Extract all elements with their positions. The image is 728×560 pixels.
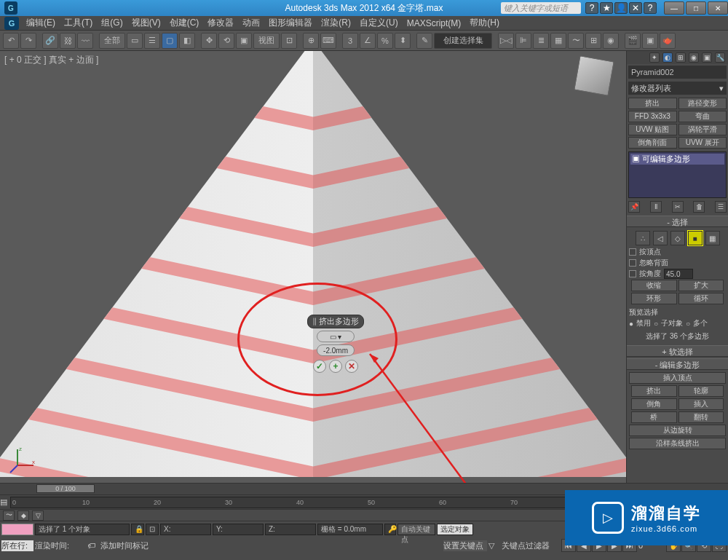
- preview-disable-radio[interactable]: 禁用: [636, 318, 651, 328]
- modifier-stack[interactable]: ▣ 可编辑多边形: [628, 151, 727, 198]
- spinner-snap-icon[interactable]: ⬍: [395, 33, 411, 49]
- preview-multi-radio[interactable]: 多个: [693, 318, 708, 328]
- poly-bevel-button[interactable]: 倒角: [631, 398, 677, 410]
- angle-value-input[interactable]: [664, 269, 693, 279]
- tab-modify-icon[interactable]: ◐: [662, 52, 673, 63]
- key-target-dropdown[interactable]: 选定对象: [437, 524, 473, 535]
- grow-button[interactable]: 扩大: [678, 280, 724, 291]
- poly-extrude-spline-button[interactable]: 沿样条线挤出: [629, 438, 726, 449]
- configure-sets-icon[interactable]: ☰: [715, 201, 727, 213]
- use-center-icon[interactable]: ⊡: [281, 33, 297, 49]
- pin-stack-icon[interactable]: 📌: [628, 201, 640, 213]
- link-icon[interactable]: 🔗: [42, 33, 58, 49]
- quick-bevelprofile-button[interactable]: 倒角剖面: [628, 137, 677, 149]
- coord-y-field[interactable]: Y:: [213, 524, 264, 535]
- poly-outline-button[interactable]: 轮廓: [678, 385, 724, 397]
- modstack-item-epoly[interactable]: ▣ 可编辑多边形: [630, 154, 724, 165]
- angle-snap-icon[interactable]: ∠: [360, 33, 376, 49]
- viewport[interactable]: [ + 0 正交 ] 真实 + 边面 ]: [0, 51, 626, 483]
- select-manipulate-icon[interactable]: ⊕: [303, 33, 319, 49]
- isolate-icon[interactable]: ⊡: [146, 524, 159, 535]
- select-rotate-icon[interactable]: ⟲: [218, 33, 234, 49]
- poly-extrude-button[interactable]: 挤出: [631, 385, 677, 397]
- render-icon[interactable]: 🫖: [660, 33, 676, 49]
- curve-mode-icon[interactable]: 〜: [3, 510, 15, 521]
- bind-spacewarp-icon[interactable]: 〰: [77, 33, 93, 49]
- unlink-icon[interactable]: ⛓: [60, 33, 76, 49]
- insert-vertex-button[interactable]: 插入顶点: [629, 372, 726, 384]
- auto-key-button[interactable]: 自动关键点: [397, 524, 435, 535]
- quick-ffd-button[interactable]: FFD 3x3x3: [628, 111, 677, 122]
- menu-maxscript[interactable]: MAXScript(M): [403, 18, 466, 28]
- lock-selection-icon[interactable]: 🔒: [131, 524, 144, 535]
- select-move-icon[interactable]: ✥: [201, 33, 217, 49]
- trackbar-toggle-icon[interactable]: ▤: [0, 497, 7, 507]
- render-setup-icon[interactable]: 🎬: [625, 33, 641, 49]
- menu-modifiers[interactable]: 修改器: [203, 17, 238, 29]
- shrink-button[interactable]: 收缩: [631, 280, 677, 291]
- tab-display-icon[interactable]: ▣: [702, 52, 712, 63]
- show-end-icon[interactable]: Ⅱ: [650, 201, 662, 213]
- subobj-element-icon[interactable]: ▦: [705, 231, 720, 245]
- menu-grapheditors[interactable]: 图形编辑器: [264, 17, 317, 29]
- quick-extrude-button[interactable]: 挤出: [628, 98, 677, 109]
- curve-editor-icon[interactable]: 〜: [568, 33, 584, 49]
- menu-rendering[interactable]: 渲染(R): [317, 17, 355, 29]
- rollout-softsel-header[interactable]: + 软选择: [627, 345, 728, 357]
- menu-edit[interactable]: 编辑(E): [22, 17, 60, 29]
- caddy-cancel-button[interactable]: ✕: [345, 360, 358, 373]
- object-name-field[interactable]: Pyramid002: [628, 66, 727, 79]
- view-cube[interactable]: [577, 58, 612, 93]
- unique-icon[interactable]: ✂: [672, 201, 684, 213]
- rollout-selection-header[interactable]: - 选择: [627, 216, 728, 227]
- by-vertex-checkbox[interactable]: [629, 248, 636, 256]
- add-time-tag-field[interactable]: 添加时间标记: [100, 540, 442, 551]
- remove-mod-icon[interactable]: 🗑: [693, 201, 705, 213]
- quick-bend-button[interactable]: 弯曲: [678, 111, 727, 122]
- align-icon[interactable]: ⊫: [515, 33, 531, 49]
- key-filters-button[interactable]: 关键点过滤器: [502, 540, 560, 551]
- layers-icon[interactable]: ≣: [533, 33, 549, 49]
- select-scale-icon[interactable]: ▣: [236, 33, 252, 49]
- mirror-icon[interactable]: ▷◁: [498, 33, 514, 49]
- subobj-border-icon[interactable]: ◇: [670, 231, 685, 245]
- key-toggle-icon[interactable]: 🔑: [384, 524, 396, 535]
- subobj-edge-icon[interactable]: ◁: [653, 231, 668, 245]
- ring-button[interactable]: 环形: [631, 293, 677, 304]
- set-key-button[interactable]: 设置关键点: [443, 540, 487, 551]
- quick-uvwmap-button[interactable]: UVW 贴图: [628, 124, 677, 135]
- menu-customize[interactable]: 自定义(U): [355, 17, 403, 29]
- quick-unwrap-button[interactable]: UVW 展开: [678, 137, 727, 149]
- rendered-frame-icon[interactable]: ▣: [642, 33, 658, 49]
- poly-inset-button[interactable]: 插入: [678, 398, 724, 410]
- filter-icon[interactable]: ▽: [32, 510, 44, 521]
- modifier-list-dropdown[interactable]: 修改器列表▾: [628, 82, 727, 95]
- selection-filter-dropdown[interactable]: 全部: [99, 33, 125, 49]
- caddy-ok-button[interactable]: ✓: [313, 360, 326, 373]
- menu-animation[interactable]: 动画: [238, 17, 264, 29]
- select-object-icon[interactable]: ▭: [127, 33, 143, 49]
- schematic-icon[interactable]: ⊞: [585, 33, 601, 49]
- time-slider-knob[interactable]: 0 / 100: [36, 484, 95, 493]
- app-menu-icon[interactable]: G: [4, 17, 19, 30]
- poly-bridge-button[interactable]: 桥: [631, 411, 677, 423]
- tab-utilities-icon[interactable]: 🔧: [715, 52, 725, 63]
- ref-coord-dropdown[interactable]: 视图: [253, 33, 280, 49]
- percent-snap-icon[interactable]: %: [377, 33, 393, 49]
- menu-help[interactable]: 帮助(H): [465, 17, 504, 29]
- subobj-polygon-icon[interactable]: ■: [688, 231, 703, 245]
- menu-group[interactable]: 组(G): [97, 17, 127, 29]
- model-pyramid[interactable]: [0, 51, 626, 477]
- menu-tools[interactable]: 工具(T): [60, 17, 97, 29]
- tab-create-icon[interactable]: ✦: [649, 52, 660, 63]
- caddy-height-spinner[interactable]: -2.0mm: [317, 344, 355, 356]
- menu-views[interactable]: 视图(V): [127, 17, 165, 29]
- select-byname-icon[interactable]: ☰: [144, 33, 160, 49]
- viewport-label[interactable]: [ + 0 正交 ] 真实 + 边面 ]: [4, 54, 98, 66]
- undo-icon[interactable]: ↶: [3, 33, 19, 49]
- ignore-backface-checkbox[interactable]: [629, 259, 636, 267]
- menu-create[interactable]: 创建(C): [165, 17, 204, 29]
- coord-z-field[interactable]: Z:: [265, 524, 316, 535]
- graphite-icon[interactable]: ▦: [550, 33, 566, 49]
- quick-turbosmooth-button[interactable]: 涡轮平滑: [678, 124, 727, 135]
